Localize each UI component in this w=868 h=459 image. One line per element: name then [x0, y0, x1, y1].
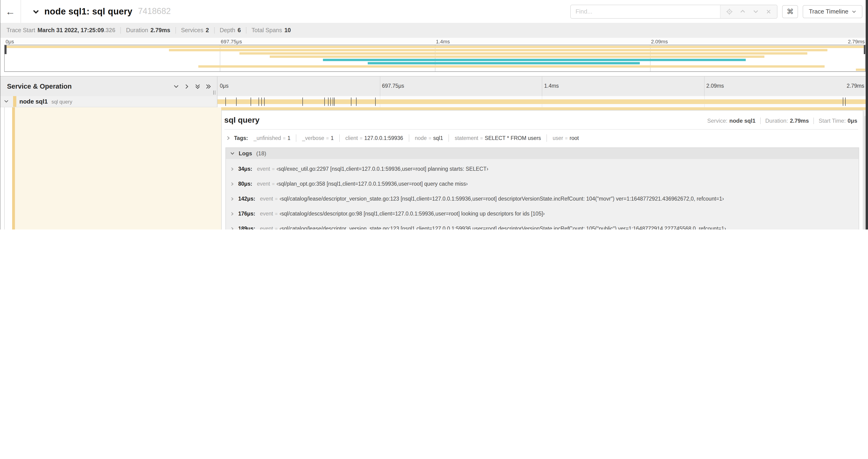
timeline-ruler-label: 697.75μs [382, 83, 404, 89]
log-field-key: event [257, 181, 270, 187]
minimap-span-bar [169, 49, 827, 51]
log-entry[interactable]: 80μs: event = ‹sql/plan_opt.go:358 [nsql… [226, 176, 859, 191]
span-row-name-cell[interactable]: node sql1 sql query [0, 96, 217, 107]
view-selector-button[interactable]: Trace Timeline [803, 5, 862, 18]
collapse-all-icon[interactable] [195, 83, 201, 89]
minimap-span-bar [323, 59, 746, 61]
minimap-span-bar [198, 65, 825, 68]
span-stats: Service: node sql1 Duration: 2.79ms Star… [707, 118, 857, 124]
tag-item: statement = SELECT * FROM users [455, 134, 553, 142]
tag-equals: = [360, 135, 363, 141]
timeline-ruler-label: 0μs [220, 83, 229, 89]
tags-label: Tags: [234, 135, 248, 141]
trace-id: 7418682 [138, 6, 171, 16]
log-field-value: ‹sql/catalog/descs/descriptor.go:98 [nsq… [280, 211, 545, 217]
minimap-right-scrubber[interactable] [864, 45, 865, 54]
divider [409, 134, 409, 142]
log-field-value: ‹sql/exec_util.go:2297 [nsql1,client=127… [277, 166, 488, 172]
span-row-timeline-cell[interactable] [217, 96, 866, 107]
find-next-icon[interactable] [753, 8, 759, 14]
tag-equals: = [283, 135, 286, 141]
minimap-left-scrubber[interactable] [5, 45, 6, 54]
span-row: node sql1 sql query [0, 96, 868, 107]
meta-label: Depth [220, 27, 235, 34]
minimap-canvas[interactable] [4, 45, 866, 72]
logs-list: 34μs: event = ‹sql/exec_util.go:2297 [ns… [226, 159, 859, 230]
tags-row[interactable]: Tags: _unfinished = 1 _verbose = 1 [221, 130, 863, 146]
back-button[interactable]: ← [0, 0, 21, 23]
tag-key: _verbose [302, 135, 324, 141]
logs-title: Logs [239, 150, 252, 157]
minimap-ruler-label: 2.79ms [848, 39, 865, 44]
log-event-tick [264, 97, 265, 106]
trace-title-group: node sql1: sql query 7418682 [32, 6, 171, 17]
log-field-key: event [260, 226, 273, 230]
page-scrollbar[interactable] [866, 0, 868, 230]
logs-header[interactable]: Logs (18) [226, 148, 859, 159]
trace-meta-item: Total Spans 10 [251, 27, 291, 34]
collapse-trace-chevron-icon[interactable] [32, 8, 40, 15]
log-event-tick [843, 97, 843, 106]
log-event-tick [261, 97, 262, 106]
find-clear-icon[interactable] [766, 9, 771, 14]
back-arrow-icon: ← [5, 6, 15, 17]
span-stat: Duration: 2.79ms [755, 118, 809, 124]
log-event-tick [328, 97, 329, 106]
log-entry[interactable]: 176μs: event = ‹sql/catalog/descs/descri… [226, 206, 859, 221]
stat-value: 2.79ms [790, 118, 809, 124]
meta-value: March 31 2022, 17:25:09 [37, 27, 104, 34]
meta-label: Total Spans [251, 27, 282, 34]
log-event-tick [303, 97, 303, 106]
stat-label: Duration: [765, 118, 788, 124]
minimap-span-bar [270, 56, 765, 58]
log-event-tick [250, 97, 251, 106]
span-duration-bar[interactable] [217, 99, 866, 104]
log-entry[interactable]: 189μs: event = ‹sql/catalog/lease/descri… [226, 221, 859, 230]
tag-equals: = [480, 135, 483, 141]
find-input[interactable] [571, 5, 720, 18]
minimap-span-bar [856, 69, 865, 71]
chevron-down-icon[interactable] [4, 99, 9, 104]
column-resize-grip[interactable] [213, 91, 216, 95]
locate-icon[interactable] [726, 8, 733, 15]
tag-equals: = [565, 135, 568, 141]
log-field-key: event [260, 196, 273, 201]
service-operation-header: Service & Operation [0, 76, 217, 96]
tag-item: client = 127.0.0.1:59936 [345, 134, 415, 142]
divider [547, 134, 547, 142]
detail-main: sql query Service: node sql1 Duration: 2… [221, 107, 868, 230]
spacer [0, 72, 868, 76]
timeline-collapse-controls [173, 83, 211, 89]
log-entry[interactable]: 142μs: event = ‹sql/catalog/lease/descri… [226, 191, 859, 206]
chevron-right-icon [230, 197, 234, 201]
find-prev-icon[interactable] [740, 8, 746, 14]
log-event-tick [236, 97, 237, 106]
log-event-tick [845, 97, 846, 106]
log-entry[interactable]: 34μs: event = ‹sql/exec_util.go:2297 [ns… [226, 161, 859, 176]
service-color-strip [12, 107, 15, 230]
keyboard-shortcuts-button[interactable]: ⌘ [782, 5, 798, 18]
span-detail-card: sql query Service: node sql1 Duration: 2… [221, 110, 863, 230]
expand-all-icon[interactable] [205, 83, 211, 89]
tag-value: sql1 [433, 135, 443, 141]
meta-value: 2.79ms [151, 27, 170, 34]
log-timestamp: 176μs: [238, 211, 255, 217]
trace-meta-item: Depth 6 [220, 27, 251, 34]
tag-item: node = sql1 [415, 134, 455, 142]
log-field-key: event [260, 211, 273, 217]
log-event-tick [225, 97, 226, 106]
detail-row-span-strip [221, 107, 868, 110]
chevron-right-icon [230, 226, 234, 230]
tag-key: statement [455, 135, 478, 141]
service-color-strip [13, 96, 16, 107]
log-field-value: ‹sql/catalog/lease/descriptor_version_st… [280, 226, 726, 230]
tag-value: SELECT * FROM users [485, 135, 541, 141]
top-right-controls: ⌘ Trace Timeline [570, 4, 862, 19]
collapse-one-icon[interactable] [173, 83, 179, 89]
minimap-ruler-label: 0μs [6, 39, 14, 44]
meta-value: 2 [206, 27, 209, 34]
minimap-span-bar [368, 62, 640, 64]
divider [120, 27, 121, 34]
log-event-tick [331, 97, 331, 106]
expand-one-icon[interactable] [184, 83, 190, 89]
